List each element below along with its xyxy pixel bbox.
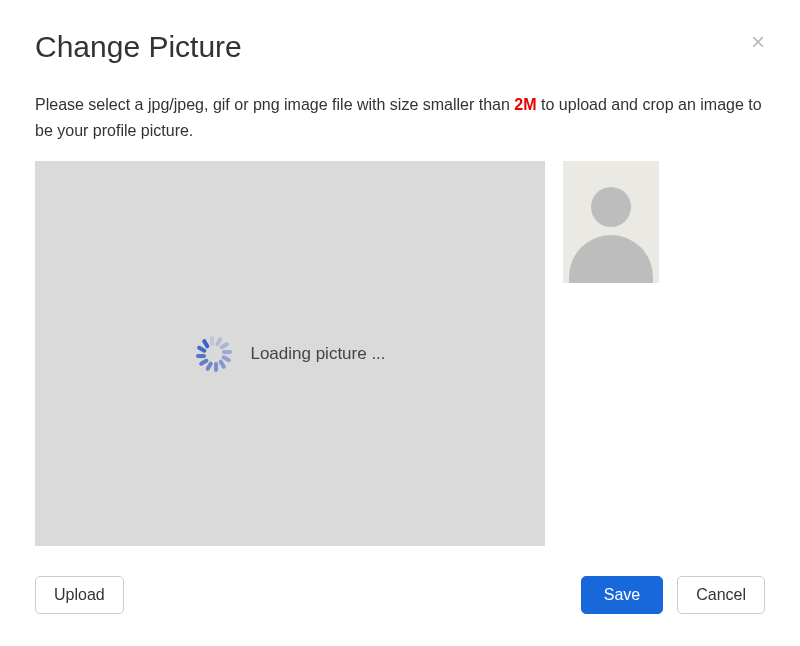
save-button[interactable]: Save [581,576,663,614]
instruction-prefix: Please select a jpg/jpeg, gif or png ima… [35,96,514,113]
modal-header: Change Picture × [35,30,765,64]
content-row: Loading picture ... [35,161,765,546]
instruction-text: Please select a jpg/jpeg, gif or png ima… [35,92,765,143]
close-icon[interactable]: × [751,30,765,54]
modal-footer: Upload Save Cancel [35,576,765,614]
modal-title: Change Picture [35,30,242,64]
avatar-placeholder-icon [563,161,659,283]
size-limit: 2M [514,96,536,113]
cancel-button[interactable]: Cancel [677,576,765,614]
upload-button[interactable]: Upload [35,576,124,614]
loading-indicator: Loading picture ... [194,336,385,372]
loading-text: Loading picture ... [250,344,385,364]
spinner-icon [194,336,230,372]
change-picture-modal: Change Picture × Please select a jpg/jpe… [0,0,800,646]
preview-thumbnail [563,161,659,283]
crop-area: Loading picture ... [35,161,545,546]
